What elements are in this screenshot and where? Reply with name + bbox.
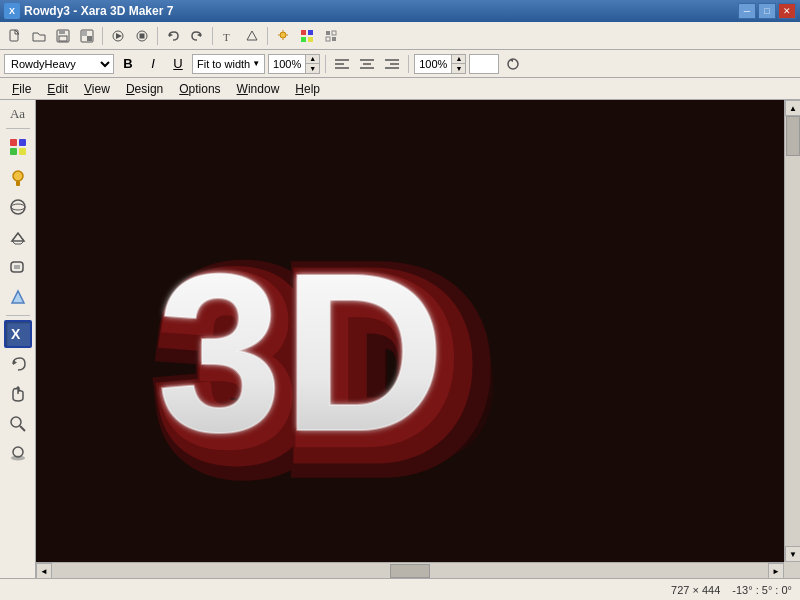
tool-separator2 xyxy=(6,315,30,316)
scroll-track-vertical[interactable] xyxy=(785,116,800,546)
save-button[interactable] xyxy=(52,25,74,47)
texture-tool-button[interactable] xyxy=(4,283,32,311)
svg-rect-28 xyxy=(332,37,336,41)
svg-rect-3 xyxy=(59,30,65,34)
pan-tool-button[interactable] xyxy=(4,380,32,408)
font-preview-label: Aa xyxy=(10,104,25,124)
dimensions-label: 727 × 444 xyxy=(671,584,720,596)
menu-options[interactable]: Options xyxy=(171,80,228,98)
title-bar: X Rowdy3 - Xara 3D Maker 7 ─ □ ✕ xyxy=(0,0,800,22)
menu-edit[interactable]: Edit xyxy=(39,80,76,98)
separator4 xyxy=(267,27,268,45)
new-button[interactable] xyxy=(4,25,26,47)
menubar: File Edit View Design Options Window Hel… xyxy=(0,78,800,100)
maximize-button[interactable]: □ xyxy=(758,3,776,19)
minimize-button[interactable]: ─ xyxy=(738,3,756,19)
dropdown-arrow-icon: ▼ xyxy=(252,59,260,68)
svg-marker-15 xyxy=(247,31,257,40)
canvas-area[interactable]: 3D 3D 3D 3D 3D 3D 3D 3D xyxy=(36,100,784,562)
align-center-button[interactable] xyxy=(356,53,378,75)
zoom2-up-button[interactable]: ▲ xyxy=(451,55,465,64)
vertical-scrollbar[interactable]: ▲ ▼ xyxy=(784,100,800,562)
text-button[interactable]: T xyxy=(217,25,239,47)
svg-rect-27 xyxy=(326,37,330,41)
scroll-up-button[interactable]: ▲ xyxy=(785,100,800,116)
zoom-control2[interactable]: 100% ▲ ▼ xyxy=(414,54,466,74)
zoom2-down-button[interactable]: ▼ xyxy=(451,64,465,73)
close-button[interactable]: ✕ xyxy=(778,3,796,19)
menu-view[interactable]: View xyxy=(76,80,118,98)
lighting-tool-button[interactable] xyxy=(4,163,32,191)
menu-help[interactable]: Help xyxy=(287,80,328,98)
svg-rect-50 xyxy=(14,265,20,269)
underline-button[interactable]: U xyxy=(167,53,189,75)
scroll-down-button[interactable]: ▼ xyxy=(785,546,800,562)
svg-point-45 xyxy=(11,200,25,214)
scroll-thumb-horizontal[interactable] xyxy=(390,564,430,578)
svg-marker-47 xyxy=(12,233,24,241)
angle-input[interactable]: 0 xyxy=(469,54,499,74)
align-left-button[interactable] xyxy=(331,53,353,75)
svg-marker-9 xyxy=(116,33,122,39)
scroll-thumb-vertical[interactable] xyxy=(786,116,800,156)
svg-rect-44 xyxy=(16,181,20,186)
bevel-tool-button[interactable] xyxy=(4,253,32,281)
svg-rect-23 xyxy=(301,37,306,42)
svg-rect-40 xyxy=(19,139,26,146)
canvas-svg: 3D 3D 3D 3D 3D 3D 3D 3D xyxy=(36,100,784,562)
zoom-value: 100% xyxy=(269,58,305,70)
undo-button[interactable] xyxy=(162,25,184,47)
menu-design[interactable]: Design xyxy=(118,80,171,98)
menu-file[interactable]: File xyxy=(4,80,39,98)
color-tool-button[interactable] xyxy=(4,133,32,161)
tool-separator1 xyxy=(6,128,30,129)
align-right-button[interactable] xyxy=(381,53,403,75)
zoom-arrows: ▲ ▼ xyxy=(305,55,319,73)
svg-rect-24 xyxy=(308,37,313,42)
insert-shape-button[interactable] xyxy=(241,25,263,47)
svg-marker-13 xyxy=(197,33,201,37)
italic-button[interactable]: I xyxy=(142,53,164,75)
zoom-down-button[interactable]: ▼ xyxy=(305,64,319,73)
zoom-tool-button[interactable] xyxy=(4,410,32,438)
separator2 xyxy=(157,27,158,45)
main-area: Aa X xyxy=(0,100,800,578)
svg-rect-21 xyxy=(301,30,306,35)
horizontal-scrollbar[interactable]: ◄ ► xyxy=(36,562,784,578)
svg-point-54 xyxy=(11,417,21,427)
scroll-right-button[interactable]: ► xyxy=(768,563,784,578)
color-picker-button[interactable] xyxy=(296,25,318,47)
open-button[interactable] xyxy=(28,25,50,47)
animation-tool-button[interactable]: X xyxy=(4,320,32,348)
scroll-left-button[interactable]: ◄ xyxy=(36,563,52,578)
rotate-tool-button[interactable] xyxy=(4,350,32,378)
svg-rect-26 xyxy=(332,31,336,35)
scroll-track-horizontal[interactable] xyxy=(52,563,768,578)
rotate-icon[interactable] xyxy=(502,53,524,75)
svg-text:T: T xyxy=(223,31,230,43)
statusbar: 727 × 444 -13° : 5° : 0° xyxy=(0,578,800,600)
menu-window[interactable]: Window xyxy=(229,80,288,98)
lighting-button[interactable] xyxy=(272,25,294,47)
stop-button[interactable] xyxy=(131,25,153,47)
svg-rect-39 xyxy=(10,139,17,146)
separator6 xyxy=(408,55,409,73)
export-button[interactable] xyxy=(76,25,98,47)
zoom-up-button[interactable]: ▲ xyxy=(305,55,319,64)
svg-rect-22 xyxy=(308,30,313,35)
svg-point-16 xyxy=(280,32,286,38)
zoom-control[interactable]: 100% ▲ ▼ xyxy=(268,54,320,74)
preview-button[interactable] xyxy=(107,25,129,47)
fit-to-width-label: Fit to width xyxy=(197,58,250,70)
svg-rect-11 xyxy=(140,33,145,38)
canvas-wrapper: 3D 3D 3D 3D 3D 3D 3D 3D xyxy=(36,100,800,578)
redo-button[interactable] xyxy=(186,25,208,47)
shadow-tool-button[interactable] xyxy=(4,440,32,468)
font-selector[interactable]: RowdyHeavy xyxy=(4,54,114,74)
separator3 xyxy=(212,27,213,45)
fit-to-width-dropdown[interactable]: Fit to width ▼ xyxy=(192,54,265,74)
bold-button[interactable]: B xyxy=(117,53,139,75)
extrude-tool-button[interactable] xyxy=(4,223,32,251)
sphere-tool-button[interactable] xyxy=(4,193,32,221)
options-button[interactable] xyxy=(320,25,342,47)
